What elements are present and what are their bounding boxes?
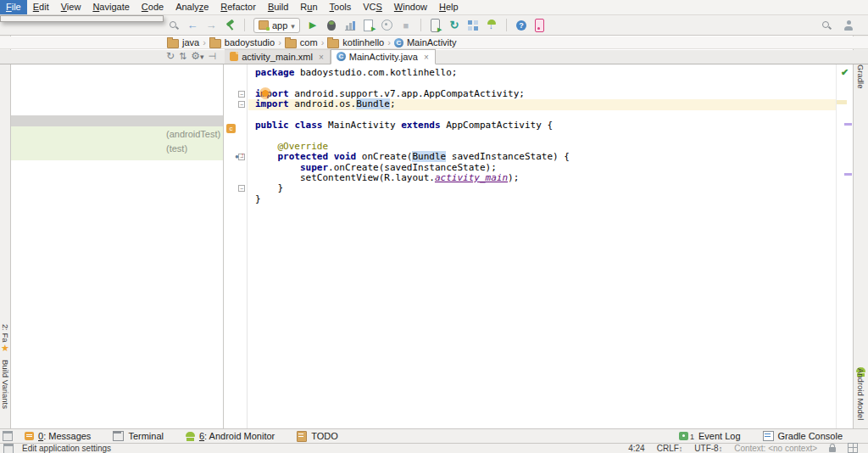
- debug-button[interactable]: [324, 18, 339, 33]
- run-icon: [309, 20, 316, 31]
- gradle-sync-icon: [449, 19, 459, 31]
- search-icon: [821, 20, 832, 31]
- breadcrumb-com[interactable]: com: [285, 37, 318, 48]
- breadcrumb-separator-icon: [384, 37, 394, 48]
- fold-marker[interactable]: [238, 185, 245, 192]
- toolwindow-button-favorites[interactable]: 2: Fa: [1, 324, 10, 343]
- view-settings-button[interactable]: [191, 50, 203, 62]
- code-editor[interactable]: package badoystudio.com.kotlinhello;impo…: [248, 64, 836, 428]
- editor-error-stripe[interactable]: [836, 64, 853, 428]
- stop-icon: [403, 20, 409, 31]
- project-tree-item[interactable]: (test): [11, 142, 223, 156]
- navigation-breadcrumb-bar: javabadoystudiocomkotlinhelloMainActivit…: [0, 36, 868, 49]
- stop-button[interactable]: [398, 18, 414, 33]
- toolwindow-button-terminal[interactable]: Terminal: [113, 431, 164, 441]
- menubar-item-analyze[interactable]: Analyze: [170, 0, 214, 14]
- collapse-all-button[interactable]: [179, 51, 186, 62]
- profile-button[interactable]: [342, 18, 358, 33]
- profile-icon: [345, 20, 355, 31]
- breadcrumb-mainactivity[interactable]: MainActivity: [394, 37, 457, 48]
- project-tree-selected-row[interactable]: [11, 115, 223, 126]
- readonly-lock-button[interactable]: [829, 444, 836, 453]
- highlighting-level-button[interactable]: [848, 443, 858, 453]
- toolwindow-button-android-model[interactable]: Android Model: [856, 368, 865, 420]
- coverage-icon: [364, 20, 373, 31]
- menubar-item-build[interactable]: Build: [262, 0, 294, 14]
- menubar-item-vcs[interactable]: VCS: [357, 0, 388, 14]
- project-tool-window: (androidTest)(test): [11, 64, 224, 428]
- search-button[interactable]: [819, 18, 834, 33]
- code-line: setContentView(R.layout.activity_main);: [248, 173, 836, 183]
- overriding-method-gutter-icon[interactable]: [235, 153, 246, 162]
- project-tree-item[interactable]: (androidTest): [11, 127, 223, 142]
- context-widget[interactable]: Context: <no context>: [734, 444, 817, 453]
- make-project-button[interactable]: [222, 18, 237, 33]
- main-menu-bar: FileEditViewNavigateCodeAnalyzeRefactorB…: [0, 0, 868, 15]
- toolwindow-button-build-variants[interactable]: Build Variants: [1, 360, 10, 409]
- breadcrumb-label: java: [182, 37, 199, 48]
- encoding-widget[interactable]: UTF-8: [694, 444, 722, 453]
- breadcrumb-badoystudio[interactable]: badoystudio: [209, 37, 275, 48]
- toolwindow-button-6-android-monitor[interactable]: 6: Android Monitor: [186, 431, 275, 441]
- tab-close-icon[interactable]: [421, 52, 429, 62]
- toolbar-separator: [506, 19, 507, 31]
- avd-manager-icon: [431, 19, 440, 32]
- back-button[interactable]: [185, 18, 200, 33]
- gradle-sync-button[interactable]: [447, 18, 462, 33]
- winbox-icon: [3, 444, 14, 453]
- help-button[interactable]: [514, 18, 529, 33]
- breadcrumb-java[interactable]: java: [167, 37, 199, 48]
- menubar-item-tools[interactable]: Tools: [324, 0, 358, 14]
- toolwindow-button-gradle-console[interactable]: Gradle Console: [763, 431, 843, 441]
- toolwindow-button-0-messages[interactable]: 0: Messages: [25, 431, 91, 441]
- menubar-item-refactor[interactable]: Refactor: [214, 0, 262, 14]
- code-line: public class MainActivity extends AppCom…: [248, 120, 836, 131]
- search-button[interactable]: [166, 18, 181, 33]
- run-button[interactable]: [305, 18, 320, 33]
- refresh-button[interactable]: [166, 50, 175, 62]
- status-message: Edit application settings: [22, 444, 111, 453]
- project-structure-button[interactable]: [465, 18, 481, 33]
- notification-count-badge: 1: [690, 433, 694, 441]
- avd-manager-button[interactable]: [428, 18, 443, 33]
- toolwindow-button-gradle[interactable]: Gradle: [856, 64, 865, 89]
- attach-debugger-button[interactable]: [380, 18, 395, 33]
- coverage-button[interactable]: [361, 18, 376, 33]
- toolwindow-button-todo[interactable]: TODO: [297, 431, 338, 442]
- usage-stripe-mark: [844, 173, 852, 176]
- editor-tab-activity-main-xml[interactable]: activity_main.xml: [225, 49, 331, 64]
- toolwindow-toggle-icon[interactable]: [3, 444, 14, 453]
- file-menu-dropdown: [0, 15, 164, 22]
- sdk-manager-button[interactable]: [484, 18, 499, 33]
- editor-tab-mainactivity-java[interactable]: MainActivity.java: [331, 49, 436, 64]
- menubar-item-run[interactable]: Run: [294, 0, 323, 14]
- menubar-item-help[interactable]: Help: [433, 0, 465, 14]
- xml-file-icon: [230, 52, 238, 61]
- hide-icon: [209, 51, 217, 62]
- fold-marker[interactable]: [238, 101, 245, 108]
- toolwindow-button-label: Gradle Console: [778, 431, 843, 441]
- lock-icon: [829, 447, 836, 452]
- menubar-item-view[interactable]: View: [55, 0, 87, 14]
- fold-marker[interactable]: [238, 91, 245, 98]
- android-profiler-button[interactable]: [532, 18, 548, 33]
- menubar-item-edit[interactable]: Edit: [27, 0, 55, 14]
- menubar-item-code[interactable]: Code: [136, 0, 170, 14]
- run-configuration-selector[interactable]: app: [253, 18, 300, 33]
- user-button[interactable]: [841, 18, 856, 33]
- collapse-all-icon: [179, 51, 186, 62]
- menubar-item-window[interactable]: Window: [388, 0, 433, 14]
- menubar-item-navigate[interactable]: Navigate: [86, 0, 135, 14]
- caret-position-widget[interactable]: 4:24: [628, 444, 644, 453]
- toolwindow-anchor-icon[interactable]: [3, 431, 13, 441]
- forward-button[interactable]: [203, 18, 219, 33]
- menubar-item-file[interactable]: File: [0, 0, 27, 14]
- line-ending-widget[interactable]: CRLF: [657, 444, 683, 453]
- hide-button[interactable]: [209, 51, 217, 62]
- toolwindow-button-event-log[interactable]: 1Event Log: [679, 431, 741, 441]
- breadcrumb-kotlinhello[interactable]: kotlinhello: [327, 37, 384, 48]
- breadcrumb-separator-icon: [318, 37, 328, 48]
- folder-icon: [167, 39, 179, 48]
- tab-close-icon[interactable]: [316, 52, 324, 62]
- android-icon: [186, 432, 195, 441]
